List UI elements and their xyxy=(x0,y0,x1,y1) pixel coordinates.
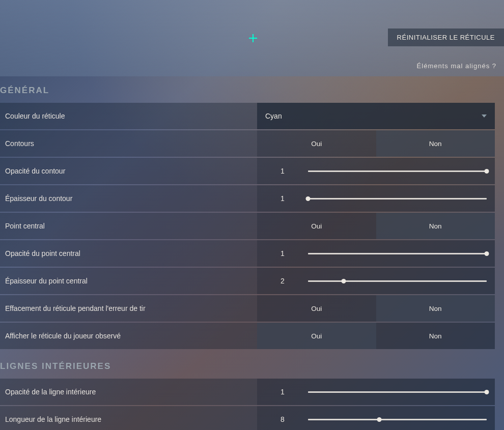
label-center-dot: Point central xyxy=(0,213,257,239)
slider-thumb[interactable] xyxy=(485,390,489,394)
label-crosshair-color: Couleur du réticule xyxy=(0,103,257,129)
crosshair-color-dropdown[interactable]: Cyan xyxy=(257,103,495,129)
row-outline-thickness: Épaisseur du contour 1 xyxy=(0,185,495,212)
row-outlines: Contours Oui Non xyxy=(0,130,495,157)
fade-error-no-button[interactable]: Non xyxy=(376,295,495,322)
settings-content: GÉNÉRAL Couleur du réticule Cyan Contour… xyxy=(0,76,504,430)
label-outlines: Contours xyxy=(0,130,257,157)
row-center-dot-opacity: Opacité du point central 1 xyxy=(0,240,495,267)
row-fade-error: Effacement du réticule pendant l'erreur … xyxy=(0,295,495,322)
row-inner-length: Longueur de la ligne intérieure 8 xyxy=(0,406,495,430)
outline-opacity-slider[interactable] xyxy=(308,170,487,172)
label-inner-length: Longueur de la ligne intérieure xyxy=(0,406,257,430)
crosshair-preview: RÉINITIALISER LE RÉTICULE Éléments mal a… xyxy=(0,0,504,76)
inner-opacity-slider[interactable] xyxy=(308,391,487,393)
label-center-dot-opacity: Opacité du point central xyxy=(0,240,257,267)
outline-thickness-slider[interactable] xyxy=(308,198,487,199)
show-spectated-no-button[interactable]: Non xyxy=(376,323,495,349)
label-center-dot-thickness: Épaisseur du point central xyxy=(0,268,257,294)
chevron-down-icon xyxy=(482,114,487,118)
slider-thumb[interactable] xyxy=(485,251,489,256)
center-dot-no-button[interactable]: Non xyxy=(376,213,495,239)
row-center-dot-thickness: Épaisseur du point central 2 xyxy=(0,268,495,294)
row-center-dot: Point central Oui Non xyxy=(0,213,495,239)
label-inner-opacity: Opacité de la ligne intérieure xyxy=(0,379,257,405)
row-crosshair-color: Couleur du réticule Cyan xyxy=(0,103,495,129)
outline-thickness-value: 1 xyxy=(257,194,308,203)
inner-opacity-value: 1 xyxy=(257,388,308,396)
show-spectated-yes-button[interactable]: Oui xyxy=(257,323,376,349)
row-inner-opacity: Opacité de la ligne intérieure 1 xyxy=(0,379,495,405)
center-dot-thickness-value: 2 xyxy=(257,277,308,285)
outlines-no-button[interactable]: Non xyxy=(376,130,495,157)
label-outline-opacity: Opacité du contour xyxy=(0,158,257,184)
inner-length-slider[interactable] xyxy=(308,419,487,420)
outlines-yes-button[interactable]: Oui xyxy=(257,130,376,157)
row-show-spectated: Afficher le réticule du joueur observé O… xyxy=(0,323,495,349)
misaligned-link[interactable]: Éléments mal alignés ? xyxy=(417,62,496,70)
label-show-spectated: Afficher le réticule du joueur observé xyxy=(0,323,257,349)
slider-thumb[interactable] xyxy=(342,279,346,283)
slider-thumb[interactable] xyxy=(306,196,311,201)
row-outline-opacity: Opacité du contour 1 xyxy=(0,158,495,184)
center-dot-opacity-slider[interactable] xyxy=(308,253,487,254)
reset-crosshair-button[interactable]: RÉINITIALISER LE RÉTICULE xyxy=(388,28,504,46)
center-dot-thickness-slider[interactable] xyxy=(308,280,487,282)
center-dot-yes-button[interactable]: Oui xyxy=(257,213,376,239)
fade-error-yes-button[interactable]: Oui xyxy=(257,295,376,322)
section-header-general: GÉNÉRAL xyxy=(0,76,504,103)
section-header-inner-lines: LIGNES INTÉRIEURES xyxy=(0,350,504,379)
inner-length-value: 8 xyxy=(257,415,308,423)
crosshair-color-value: Cyan xyxy=(265,112,282,120)
outline-opacity-value: 1 xyxy=(257,167,308,175)
label-fade-error: Effacement du réticule pendant l'erreur … xyxy=(0,295,257,322)
center-dot-opacity-value: 1 xyxy=(257,249,308,257)
slider-thumb[interactable] xyxy=(377,417,382,422)
slider-thumb[interactable] xyxy=(485,169,489,174)
label-outline-thickness: Épaisseur du contour xyxy=(0,185,257,212)
